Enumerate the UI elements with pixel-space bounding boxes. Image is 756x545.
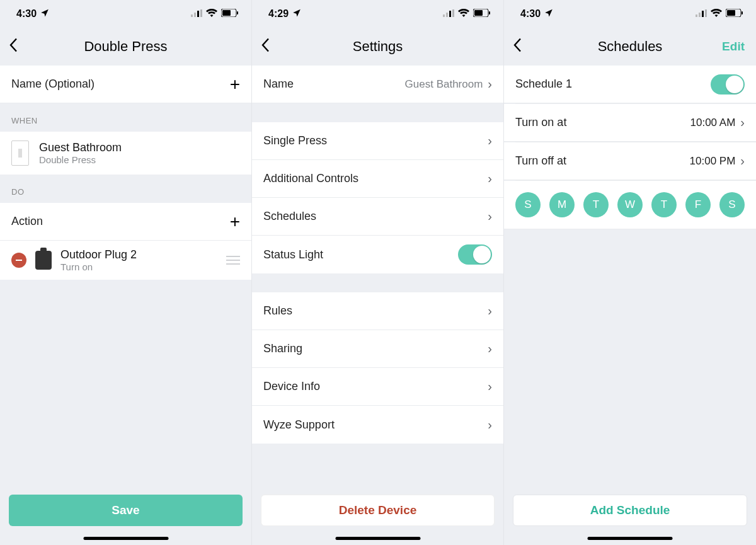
svg-rect-3 [200, 9, 202, 17]
device-info-row[interactable]: Device Info › [252, 368, 503, 406]
home-indicator[interactable] [588, 537, 673, 540]
svg-rect-16 [702, 11, 704, 17]
add-action-icon[interactable]: + [230, 212, 240, 232]
location-icon [40, 8, 49, 20]
section-do: DO [0, 175, 251, 203]
schedule-toggle[interactable] [711, 74, 745, 95]
wyze-support-row[interactable]: Wyze Support › [252, 406, 503, 444]
page-title: Schedules [598, 38, 663, 55]
name-row[interactable]: Name Guest Bathroom › [252, 66, 503, 103]
back-button[interactable] [9, 38, 18, 56]
days-row: S M T W T F S [504, 181, 756, 229]
chevron-right-icon: › [488, 134, 492, 148]
single-press-row[interactable]: Single Press › [252, 122, 503, 160]
page-title: Settings [353, 38, 403, 55]
switch-icon [11, 141, 29, 166]
location-icon [544, 8, 553, 20]
page-title: Double Press [84, 38, 167, 55]
svg-rect-9 [449, 11, 451, 17]
name-field-row[interactable]: Name (Optional) + [0, 66, 251, 103]
chevron-right-icon: › [488, 304, 492, 318]
schedules-row[interactable]: Schedules › [252, 198, 503, 236]
save-button[interactable]: Save [9, 495, 243, 526]
back-button[interactable] [513, 38, 522, 56]
turn-on-row[interactable]: Turn on at 10:00 AM › [504, 104, 756, 142]
row-label: Wyze Support [263, 418, 488, 432]
nav-header: Double Press [0, 28, 251, 66]
day-sat[interactable]: S [719, 192, 745, 217]
home-indicator[interactable] [83, 537, 168, 540]
trigger-device: Guest Bathroom [39, 141, 122, 154]
section-when: WHEN [0, 103, 251, 132]
status-bar: 4:29 [252, 0, 503, 28]
status-light-toggle[interactable] [458, 244, 492, 265]
plug-icon [35, 251, 52, 270]
svg-rect-2 [197, 11, 199, 17]
action-label: Action [11, 215, 230, 228]
row-label: Single Press [263, 134, 488, 147]
add-schedule-button[interactable]: Add Schedule [513, 495, 747, 526]
remove-action-button[interactable] [11, 253, 26, 268]
schedule-name-row[interactable]: Schedule 1 [504, 66, 756, 103]
svg-rect-8 [446, 13, 448, 17]
turn-off-label: Turn off at [515, 154, 690, 168]
day-fri[interactable]: F [685, 192, 711, 217]
screen-settings: 4:29 Settings [252, 0, 504, 545]
svg-rect-0 [191, 14, 193, 17]
row-label: Schedules [263, 210, 488, 223]
nav-header: Schedules Edit [504, 28, 756, 66]
chevron-right-icon: › [488, 418, 492, 432]
wifi-icon [458, 8, 469, 20]
home-indicator[interactable] [335, 537, 420, 540]
svg-rect-17 [705, 9, 707, 17]
status-time: 4:29 [268, 8, 289, 20]
turn-on-label: Turn on at [515, 116, 690, 129]
add-name-icon[interactable]: + [230, 74, 240, 95]
svg-rect-15 [699, 13, 701, 17]
rules-row[interactable]: Rules › [252, 292, 503, 330]
wifi-icon [711, 8, 722, 20]
schedule-name: Schedule 1 [515, 77, 711, 91]
location-icon [292, 8, 301, 20]
back-button[interactable] [261, 38, 270, 56]
row-value: Guest Bathroom [405, 78, 483, 91]
action-device: Outdoor Plug 2 [60, 248, 217, 261]
turn-on-value: 10:00 AM [690, 117, 736, 129]
chevron-right-icon: › [488, 341, 492, 356]
day-sun[interactable]: S [515, 192, 541, 217]
battery-icon [726, 8, 743, 20]
additional-controls-row[interactable]: Additional Controls › [252, 160, 503, 198]
turn-off-value: 10:00 PM [690, 155, 736, 168]
svg-rect-7 [443, 14, 445, 17]
status-time: 4:30 [520, 8, 541, 20]
edit-button[interactable]: Edit [722, 40, 745, 54]
screen-double-press: 4:30 Double Press [0, 0, 252, 545]
svg-rect-6 [237, 11, 238, 14]
sharing-row[interactable]: Sharing › [252, 330, 503, 368]
action-action: Turn on [60, 261, 217, 272]
svg-rect-1 [194, 13, 196, 17]
svg-rect-5 [222, 10, 231, 16]
day-wed[interactable]: W [617, 192, 643, 217]
status-time: 4:30 [16, 8, 37, 20]
trigger-row[interactable]: Guest Bathroom Double Press [0, 132, 251, 175]
svg-rect-10 [452, 9, 454, 17]
delete-device-button[interactable]: Delete Device [261, 495, 495, 526]
day-tue[interactable]: T [583, 192, 609, 217]
status-light-row[interactable]: Status Light [252, 236, 503, 273]
wifi-icon [206, 8, 217, 20]
action-header-row[interactable]: Action + [0, 203, 251, 241]
drag-handle-icon[interactable] [226, 256, 240, 265]
row-label: Device Info [263, 380, 488, 393]
chevron-right-icon: › [488, 171, 492, 186]
turn-off-row[interactable]: Turn off at 10:00 PM › [504, 142, 756, 180]
chevron-right-icon: › [740, 154, 745, 168]
day-mon[interactable]: M [549, 192, 575, 217]
action-item-row[interactable]: Outdoor Plug 2 Turn on [0, 241, 251, 280]
nav-header: Settings [252, 28, 503, 66]
cellular-signal-icon [696, 8, 707, 20]
cellular-signal-icon [443, 8, 454, 20]
battery-icon [221, 8, 239, 20]
day-thu[interactable]: T [651, 192, 677, 217]
svg-rect-20 [742, 11, 743, 14]
